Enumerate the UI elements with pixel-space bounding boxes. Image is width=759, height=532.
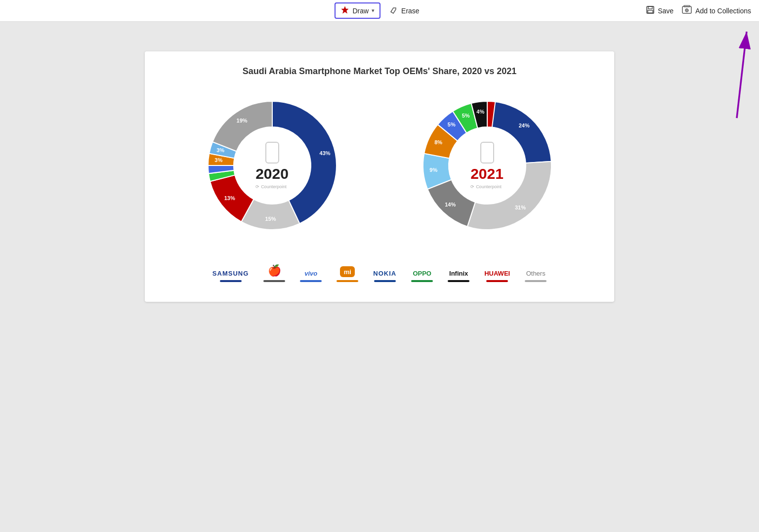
legend-oppo-label: OPPO [413,270,431,277]
legend-others: Others [525,270,547,282]
draw-button[interactable]: Draw ▾ [335,2,380,19]
legend-samsung-label: SAMSUNG [212,270,249,277]
legend-samsung: SAMSUNG [212,270,249,282]
main-content: Saudi Arabia Smartphone Market Top OEMs'… [0,22,759,302]
erase-label: Erase [401,7,420,15]
legend-huawei-bar [486,280,508,282]
save-label: Save [658,7,674,15]
legend-oppo: OPPO [411,270,433,282]
svg-marker-0 [341,6,348,13]
legend-infinix-label: Infinix [449,270,468,277]
legend-vivo-bar [300,280,322,282]
chart-title: Saudi Arabia Smartphone Market Top OEMs'… [165,66,594,77]
legend-infinix-bar [448,280,469,282]
toolbar-right: Save Add to Collections [646,4,751,17]
draw-icon [340,5,349,16]
save-button[interactable]: Save [646,5,674,16]
charts-row: 2020 ⟳Counterpoint 2021 ⟳Counterpoint [165,91,594,240]
legend-others-label: Others [526,270,546,277]
legend-nokia-label: NOKIA [373,270,396,277]
legend-mi-bar [337,280,358,282]
erase-icon [389,5,398,16]
legend-huawei-label: HUAWEI [484,270,510,277]
legend-vivo-label: vivo [304,270,317,277]
legend-apple: 🍎 [263,264,285,282]
save-icon [646,5,655,16]
toolbar: Draw ▾ Erase Save [0,0,759,22]
chart-card: Saudi Arabia Smartphone Market Top OEMs'… [145,51,614,302]
legend-nokia-bar [374,280,396,282]
donut-2021: 2021 ⟳Counterpoint [413,91,561,240]
legend-apple-bar [263,280,285,282]
legend-others-bar [525,280,547,282]
legend-infinix: Infinix [448,270,469,282]
add-to-collections-button[interactable]: Add to Collections [681,4,751,17]
erase-button[interactable]: Erase [384,3,424,18]
legend-oppo-bar [411,280,433,282]
legend-row: SAMSUNG 🍎 vivo mi NOKIA [165,259,594,282]
legend-samsung-bar [220,280,242,282]
legend-mi-icon: mi [340,266,355,277]
collections-icon [681,4,692,17]
draw-chevron: ▾ [372,7,375,14]
donut-2020: 2020 ⟳Counterpoint [198,91,346,240]
draw-label: Draw [352,7,369,15]
svg-rect-3 [648,10,653,13]
legend-apple-icon: 🍎 [268,264,281,277]
legend-huawei: HUAWEI [484,270,510,282]
legend-nokia: NOKIA [373,270,396,282]
toolbar-center: Draw ▾ Erase [335,2,424,19]
legend-mi: mi [337,266,358,282]
legend-vivo: vivo [300,270,322,282]
collections-label: Add to Collections [695,7,751,15]
